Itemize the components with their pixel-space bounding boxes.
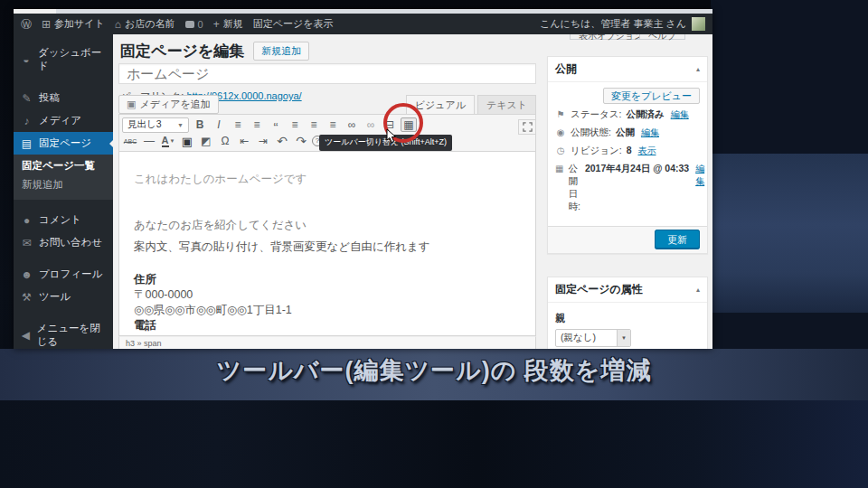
plus-icon: + (213, 19, 220, 30)
edit-date-link[interactable]: 編集 (695, 163, 704, 188)
revisions-value: 8 (627, 145, 632, 155)
chevron-down-icon: ▼ (170, 138, 175, 144)
sidebar-item-pages[interactable]: ▤ 固定ページ (14, 132, 113, 155)
sidebar-label: 投稿 (39, 91, 60, 105)
my-sites-menu[interactable]: ⊞ 参加サイト (42, 17, 105, 31)
sidebar-item-profile[interactable]: ☻ プロフィール (14, 263, 113, 286)
horizontal-rule-button[interactable]: — (141, 134, 157, 148)
parent-select[interactable]: (親なし) ▼ (555, 329, 631, 347)
avatar (692, 17, 705, 31)
pages-icon: ▤ (21, 137, 33, 150)
bullet-list-icon[interactable]: ≡ (230, 117, 246, 132)
publish-panel-header[interactable]: 公開 ▴ (548, 57, 707, 81)
revisions-label: リビジョン: (571, 145, 622, 157)
indent-button[interactable]: ⇥ (255, 134, 271, 148)
blockquote-icon[interactable]: “ (268, 117, 284, 132)
new-content-menu[interactable]: + 新規 (213, 17, 243, 31)
sidebar-item-comments[interactable]: ● コメント (14, 209, 113, 231)
collapse-icon[interactable]: ▴ (696, 286, 700, 294)
user-icon: ☻ (21, 268, 33, 281)
wordpress-screenshot: Ⓦ ⊞ 参加サイト ⌂ お店の名前 0 + 新規 固定ページを表示 こんにちは、… (14, 9, 712, 349)
sidebar-item-tools[interactable]: ⚒ ツール (14, 286, 113, 308)
wordpress-logo-icon: Ⓦ (21, 19, 32, 30)
comments-icon: ● (21, 214, 33, 227)
site-name-menu[interactable]: ⌂ お店の名前 (115, 17, 175, 31)
outdent-button[interactable]: ⇤ (236, 134, 252, 148)
numbered-list-icon[interactable]: ≡ (249, 117, 265, 132)
undo-button[interactable]: ↶ (274, 134, 290, 148)
italic-button[interactable]: I (211, 117, 227, 132)
collapse-icon[interactable]: ▴ (696, 65, 700, 73)
content-tel-label: 電話 (134, 318, 521, 333)
sidebar-item-contact[interactable]: ✉ お問い合わせ (14, 231, 113, 254)
mouse-cursor (386, 128, 398, 146)
sidebar-label: 新規追加 (22, 178, 63, 192)
content-line: これはわたしのホームページです (134, 172, 521, 187)
add-new-button[interactable]: 新規追加 (253, 42, 309, 61)
wp-logo-menu[interactable]: Ⓦ (21, 19, 32, 30)
preview-changes-button[interactable]: 変更をプレビュー (603, 88, 700, 104)
edit-status-link[interactable]: 編集 (671, 108, 689, 121)
unlink-icon[interactable]: ∞ (363, 117, 379, 132)
update-button[interactable]: 更新 (655, 230, 700, 249)
special-character-button[interactable]: Ω (217, 134, 233, 148)
sidebar-item-collapse-menu[interactable]: ◀ メニューを閉じる (14, 317, 113, 349)
text-tab[interactable]: テキスト (477, 95, 536, 114)
new-content-label: 新規 (223, 17, 243, 31)
slide-background-right (711, 0, 868, 349)
content-postal: 〒000-0000 (134, 287, 521, 303)
paste-as-text-button[interactable]: ▣ (179, 134, 195, 148)
redo-button[interactable]: ↷ (293, 134, 309, 148)
network-icon: ⊞ (42, 19, 51, 30)
sidebar-label: プロフィール (39, 267, 102, 281)
sidebar-item-add-new[interactable]: 新規追加 (14, 175, 113, 194)
sidebar-label: お問い合わせ (39, 236, 102, 249)
align-center-icon[interactable]: ≡ (306, 117, 322, 132)
sidebar-item-media[interactable]: ♪ メディア (14, 109, 113, 132)
sidebar-label: メニューを閉じる (37, 322, 106, 349)
background-patch (711, 154, 868, 313)
browse-revisions-link[interactable]: 表示 (638, 145, 656, 157)
add-media-button[interactable]: ▣ メディアを追加 (118, 95, 219, 114)
toolbar-toggle-button[interactable]: ▦ (401, 117, 417, 132)
greeting-text[interactable]: こんにちは、管理者 事業主 さん (540, 17, 686, 31)
bold-button[interactable]: B (192, 117, 208, 132)
view-page-link[interactable]: 固定ページを表示 (253, 17, 334, 31)
visibility-row: ◉ 公開状態: 公開 編集 (555, 127, 700, 139)
editor-path-bar: h3 » span (118, 336, 536, 349)
text-color-button[interactable]: A▼ (160, 134, 176, 148)
align-right-icon[interactable]: ≡ (325, 117, 341, 132)
expand-icon (523, 122, 533, 132)
sidebar-item-dashboard[interactable]: ◒ ダッシュボード (14, 42, 113, 78)
editor: ▣ メディアを追加 ビジュアル テキスト 見出し3 ▼ B I ≡ (118, 96, 536, 349)
distraction-free-button[interactable] (518, 119, 536, 135)
sidebar-item-posts[interactable]: ✎ 投稿 (14, 87, 113, 109)
parent-label: 親 (555, 312, 700, 325)
editor-content-area[interactable]: これはわたしのホームページです あなたのお店を紹介してください 案内文、写真の貼… (118, 152, 536, 336)
text-color-a: A (162, 136, 169, 147)
heading-format-select[interactable]: 見出し3 ▼ (122, 117, 189, 133)
mail-icon: ✉ (21, 237, 33, 249)
align-left-icon[interactable]: ≡ (287, 117, 303, 132)
post-title-input[interactable]: ホームページ (118, 63, 536, 84)
page-title: 固定ページを編集 (120, 41, 244, 61)
site-name-label: お店の名前 (125, 17, 175, 31)
page-attributes-panel: 固定ページの属性 ▴ 親 (親なし) ▼ 順序 0 ヘルプが必要ですか？画面のタ… (547, 277, 708, 349)
slide-caption: ツールバー(編集ツール)の 段数を増減 (0, 354, 868, 387)
comments-menu[interactable]: 0 (185, 19, 203, 30)
content-line: 案内文、写真の貼り付け、背景画変更など自由に作れます (134, 239, 521, 255)
attributes-panel-title: 固定ページの属性 (555, 282, 643, 297)
published-date-row: ▦ 公開日時: 2017年4月24日 @ 04:33 編集 (555, 163, 700, 213)
my-sites-label: 参加サイト (54, 17, 105, 31)
visual-tab[interactable]: ビジュアル (406, 95, 475, 114)
clear-formatting-button[interactable]: ◩ (198, 134, 214, 148)
heading-format-value: 見出し3 (127, 118, 162, 131)
slide-background-bottom (0, 400, 868, 488)
attributes-panel-header[interactable]: 固定ページの属性 ▴ (548, 277, 707, 302)
strikethrough-button[interactable]: ABC (122, 134, 138, 148)
edit-visibility-link[interactable]: 編集 (641, 127, 659, 139)
help-tab[interactable]: ヘルプ (639, 34, 685, 40)
side-panels: 公開 ▴ 変更をプレビュー ⚑ ステータス: 公開済み 編集 ◉ 公開状態: 公… (547, 56, 708, 349)
sidebar-item-all-pages[interactable]: 固定ページ一覧 (14, 156, 113, 175)
link-icon[interactable]: ∞ (344, 117, 360, 132)
